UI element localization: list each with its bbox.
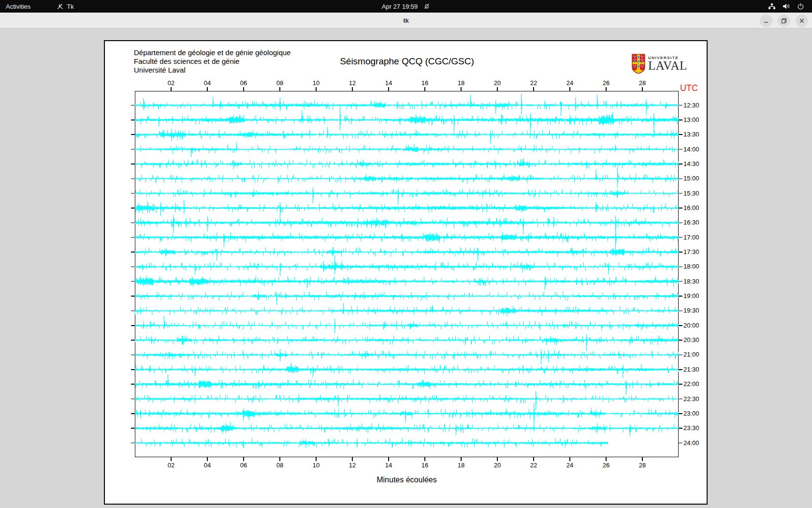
x-tick-label-top: 12	[345, 79, 360, 87]
row-tick-right	[679, 134, 682, 135]
row-tick-left	[131, 311, 135, 312]
row-time-label: 20:30	[683, 336, 706, 344]
row-tick-left	[131, 399, 135, 400]
row-tick-right	[679, 208, 682, 209]
x-tick-bottom	[424, 457, 425, 461]
row-tick-left	[131, 340, 135, 341]
x-tick-label-bottom: 16	[418, 462, 432, 469]
row-time-label: 15:00	[683, 175, 706, 182]
window-titlebar[interactable]: tk	[0, 13, 812, 29]
x-tick-top	[207, 87, 208, 91]
row-tick-left	[131, 296, 135, 297]
row-time-label: 23:00	[683, 410, 706, 418]
row-time-label: 22:00	[683, 380, 706, 388]
x-tick-top	[171, 87, 172, 91]
row-time-label: 21:30	[683, 366, 706, 374]
x-tick-label-top: 28	[635, 79, 650, 87]
row-tick-left	[131, 428, 135, 429]
row-tick-left	[131, 134, 135, 135]
row-time-label: 24:00	[683, 439, 706, 447]
x-tick-top	[316, 87, 317, 91]
row-tick-right	[679, 179, 682, 179]
row-tick-right	[679, 399, 682, 400]
row-tick-right	[679, 340, 682, 341]
x-tick-bottom	[171, 457, 172, 461]
department-line-3: Université Laval	[134, 66, 290, 75]
row-time-label: 14:00	[683, 146, 706, 153]
chart-title: Séismographe QCQ (CGC/GSC)	[250, 56, 564, 67]
x-tick-bottom	[497, 457, 498, 461]
row-tick-left	[131, 413, 135, 414]
restore-icon	[781, 18, 787, 24]
row-tick-right	[679, 237, 682, 238]
laval-shield-icon	[632, 54, 645, 76]
row-time-label: 17:30	[683, 248, 706, 256]
row-tick-right	[679, 281, 682, 282]
row-tick-left	[131, 164, 135, 164]
row-tick-left	[131, 267, 135, 268]
row-time-label: 22:30	[683, 395, 706, 403]
row-time-label: 18:00	[683, 263, 706, 270]
minimize-icon	[764, 22, 768, 22]
x-tick-bottom	[352, 457, 353, 461]
row-time-label: 19:00	[683, 292, 706, 300]
x-tick-label-top: 08	[273, 79, 287, 87]
row-tick-right	[679, 252, 682, 253]
clock-label: Apr 27 19:59	[382, 3, 418, 10]
minimize-button[interactable]	[760, 15, 772, 27]
x-tick-label-bottom: 28	[635, 462, 650, 469]
x-tick-label-bottom: 24	[563, 462, 577, 469]
x-tick-top	[279, 87, 280, 91]
row-tick-left	[131, 237, 135, 238]
seismogram-traces	[135, 91, 679, 457]
row-tick-left	[131, 223, 135, 224]
row-time-label: 16:00	[683, 204, 706, 212]
row-tick-right	[679, 164, 682, 164]
system-status-menu[interactable]	[760, 0, 812, 13]
x-tick-bottom	[642, 457, 643, 461]
row-time-label: 20:00	[683, 322, 706, 329]
x-tick-bottom	[569, 457, 570, 461]
x-tick-top	[606, 87, 607, 91]
x-tick-label-top: 10	[309, 79, 323, 87]
row-tick-right	[679, 120, 682, 120]
x-tick-label-bottom: 14	[381, 462, 396, 469]
row-time-label: 13:00	[683, 116, 706, 124]
row-time-label: 19:30	[683, 307, 706, 314]
x-tick-label-bottom: 06	[236, 462, 251, 469]
x-tick-bottom	[316, 457, 317, 461]
row-tick-left	[131, 105, 135, 106]
row-tick-left	[131, 325, 135, 326]
row-time-label: 14:30	[683, 160, 706, 168]
row-tick-right	[679, 311, 682, 312]
x-tick-top	[533, 87, 534, 91]
x-tick-label-bottom: 26	[599, 462, 613, 469]
window-controls	[760, 14, 808, 27]
row-tick-right	[679, 223, 682, 224]
x-tick-bottom	[207, 457, 208, 461]
utc-label: UTC	[680, 83, 698, 93]
x-tick-top	[497, 87, 498, 91]
row-tick-left	[131, 369, 135, 370]
power-icon	[797, 3, 804, 10]
universite-laval-logo: UNIVERSITÉ LAVAL	[632, 54, 687, 76]
x-tick-bottom	[533, 457, 534, 461]
close-button[interactable]	[796, 15, 808, 27]
row-tick-left	[131, 208, 135, 209]
seismograph-sheet: Département de géologie et de génie géol…	[104, 40, 708, 505]
clock-menu-button[interactable]: Apr 27 19:59	[376, 0, 436, 13]
x-tick-top	[352, 87, 353, 91]
row-tick-left	[131, 149, 135, 150]
row-tick-right	[679, 105, 682, 106]
row-tick-left	[131, 252, 135, 253]
row-tick-left	[131, 120, 135, 120]
row-tick-left	[131, 281, 135, 282]
row-tick-right	[679, 384, 682, 385]
x-tick-label-bottom: 18	[454, 462, 468, 469]
notifications-muted-icon	[423, 3, 430, 10]
row-tick-right	[679, 369, 682, 370]
maximize-button[interactable]	[778, 15, 790, 27]
close-icon	[799, 18, 805, 24]
row-time-label: 13:30	[683, 131, 706, 138]
x-tick-label-top: 14	[381, 79, 396, 87]
